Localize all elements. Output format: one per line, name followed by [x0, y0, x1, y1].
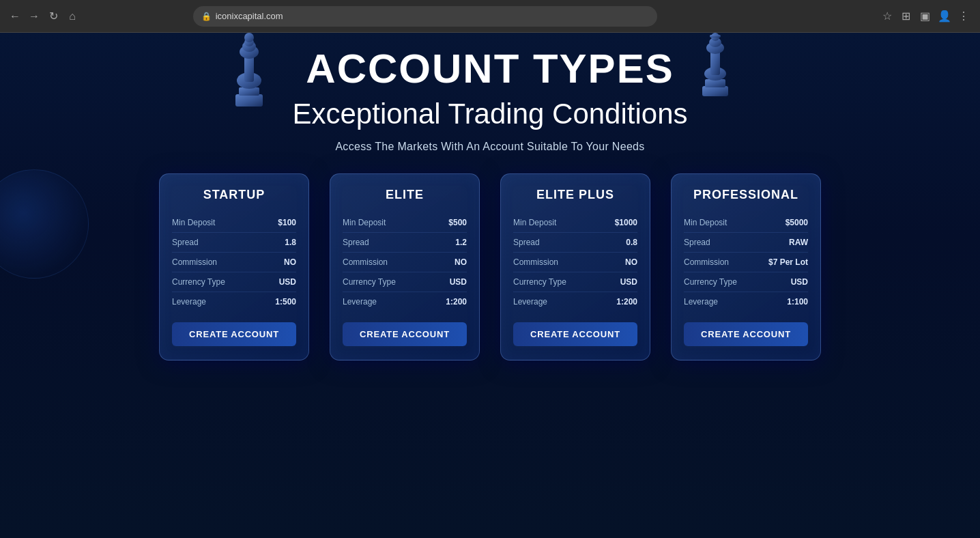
professional-card-title: PROFESSIONAL — [684, 188, 808, 202]
startup-value-4: 1:500 — [275, 297, 296, 307]
elite-row-3: Currency Type USD — [343, 272, 467, 292]
elite-card: ELITE Min Deposit $500 Spread 1.2 Commis… — [330, 173, 480, 360]
deco-chess-left — [225, 33, 273, 111]
elite-plus-value-0: $1000 — [615, 218, 637, 227]
elite-value-2: NO — [455, 257, 467, 267]
startup-create-account-button[interactable]: CREATE ACCOUNT — [172, 322, 296, 346]
cards-container: STARTUP Min Deposit $100 Spread 1.8 Comm… — [0, 173, 980, 360]
elite-plus-label-4: Leverage — [513, 297, 547, 307]
url-text: iconixcapital.com — [216, 11, 283, 21]
elite-plus-row-3: Currency Type USD — [513, 272, 637, 292]
startup-row-2: Commission NO — [172, 253, 296, 272]
elite-plus-value-3: USD — [620, 277, 637, 287]
startup-label-1: Spread — [172, 238, 199, 247]
elite-label-2: Commission — [343, 257, 388, 267]
elite-value-3: USD — [450, 277, 467, 287]
forward-button[interactable]: → — [27, 10, 41, 23]
professional-value-0: $5000 — [786, 218, 808, 227]
profile-icon[interactable]: 👤 — [936, 8, 953, 25]
elite-label-4: Leverage — [343, 297, 377, 307]
startup-value-0: $100 — [278, 218, 296, 227]
elite-label-0: Min Deposit — [343, 218, 386, 227]
page-subtitle: Exceptional Trading Conditions — [292, 97, 687, 131]
page-header: ACCOUNT TYPES Exceptional Trading Condit… — [292, 33, 687, 153]
professional-card: PROFESSIONAL Min Deposit $5000 Spread RA… — [671, 173, 821, 360]
elite-create-account-button[interactable]: CREATE ACCOUNT — [343, 322, 467, 346]
professional-label-1: Spread — [684, 238, 710, 247]
home-button[interactable]: ⌂ — [66, 10, 79, 23]
startup-label-4: Leverage — [172, 297, 206, 307]
main-content: ACCOUNT TYPES Exceptional Trading Condit… — [0, 33, 980, 538]
elite-plus-label-3: Currency Type — [513, 277, 566, 287]
reload-button[interactable]: ↻ — [46, 10, 60, 23]
elite-row-1: Spread 1.2 — [343, 233, 467, 253]
bookmark-star-icon[interactable]: ☆ — [879, 8, 895, 25]
browser-chrome: ← → ↻ ⌂ 🔒 iconixcapital.com ☆ ⊞ ▣ 👤 ⋮ — [0, 0, 980, 33]
startup-card-title: STARTUP — [172, 188, 296, 202]
professional-row-1: Spread RAW — [684, 233, 808, 253]
professional-row-0: Min Deposit $5000 — [684, 213, 808, 233]
elite-row-0: Min Deposit $500 — [343, 213, 467, 233]
elite-value-4: 1:200 — [446, 297, 467, 307]
elite-value-1: 1.2 — [455, 238, 467, 247]
elite-plus-create-account-button[interactable]: CREATE ACCOUNT — [513, 322, 637, 346]
svg-rect-8 — [702, 86, 728, 96]
elite-row-4: Leverage 1:200 — [343, 292, 467, 311]
professional-value-4: 1:100 — [787, 297, 808, 307]
svg-rect-0 — [235, 94, 263, 107]
page-description: Access The Markets With An Account Suita… — [292, 141, 687, 153]
elite-plus-value-1: 0.8 — [626, 238, 637, 247]
elite-plus-card: ELITE PLUS Min Deposit $1000 Spread 0.8 … — [500, 173, 650, 360]
page-title: ACCOUNT TYPES — [292, 46, 687, 91]
elite-value-0: $500 — [448, 218, 467, 227]
elite-plus-label-2: Commission — [513, 257, 558, 267]
startup-value-1: 1.8 — [285, 238, 296, 247]
elite-plus-card-title: ELITE PLUS — [513, 188, 637, 202]
professional-value-1: RAW — [789, 238, 808, 247]
extension-icon[interactable]: ⊞ — [898, 8, 914, 25]
professional-value-3: USD — [791, 277, 808, 287]
elite-plus-label-0: Min Deposit — [513, 218, 556, 227]
deco-chess-right — [697, 33, 734, 100]
professional-create-account-button[interactable]: CREATE ACCOUNT — [684, 322, 808, 346]
elite-plus-row-4: Leverage 1:200 — [513, 292, 637, 311]
svg-rect-15 — [710, 35, 721, 38]
startup-label-2: Commission — [172, 257, 217, 267]
startup-row-0: Min Deposit $100 — [172, 213, 296, 233]
elite-row-2: Commission NO — [343, 253, 467, 272]
startup-label-0: Min Deposit — [172, 218, 215, 227]
elite-plus-label-1: Spread — [513, 238, 540, 247]
professional-row-2: Commission $7 Per Lot — [684, 253, 808, 272]
professional-value-2: $7 Per Lot — [768, 257, 808, 267]
startup-row-3: Currency Type USD — [172, 272, 296, 292]
professional-row-3: Currency Type USD — [684, 272, 808, 292]
menu-icon[interactable]: ⋮ — [955, 8, 972, 25]
elite-plus-value-4: 1:200 — [616, 297, 637, 307]
elite-plus-value-2: NO — [625, 257, 637, 267]
professional-label-0: Min Deposit — [684, 218, 727, 227]
professional-row-4: Leverage 1:100 — [684, 292, 808, 311]
browser-actions: ☆ ⊞ ▣ 👤 ⋮ — [879, 8, 972, 25]
elite-plus-row-1: Spread 0.8 — [513, 233, 637, 253]
startup-row-4: Leverage 1:500 — [172, 292, 296, 311]
elite-plus-row-0: Min Deposit $1000 — [513, 213, 637, 233]
lock-icon: 🔒 — [201, 12, 212, 21]
elite-card-title: ELITE — [343, 188, 467, 202]
startup-value-2: NO — [284, 257, 296, 267]
svg-point-7 — [244, 33, 254, 42]
back-button[interactable]: ← — [8, 10, 22, 23]
elite-label-3: Currency Type — [343, 277, 396, 287]
address-bar[interactable]: 🔒 iconixcapital.com — [193, 6, 657, 27]
sidebar-icon[interactable]: ▣ — [917, 8, 934, 25]
startup-card: STARTUP Min Deposit $100 Spread 1.8 Comm… — [159, 173, 309, 360]
elite-plus-row-2: Commission NO — [513, 253, 637, 272]
professional-label-2: Commission — [684, 257, 729, 267]
professional-label-3: Currency Type — [684, 277, 737, 287]
startup-row-1: Spread 1.8 — [172, 233, 296, 253]
elite-label-1: Spread — [343, 238, 369, 247]
startup-label-3: Currency Type — [172, 277, 225, 287]
startup-value-3: USD — [279, 277, 296, 287]
professional-label-4: Leverage — [684, 297, 718, 307]
